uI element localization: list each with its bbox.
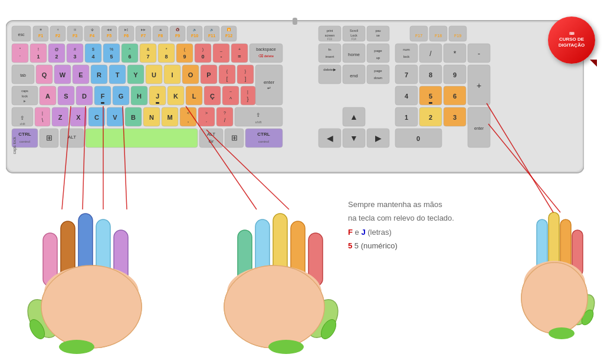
svg-text:0: 0 bbox=[201, 54, 204, 60]
svg-text:F6: F6 bbox=[124, 34, 129, 38]
svg-text:.: . bbox=[206, 117, 208, 123]
svg-text:B: B bbox=[131, 114, 136, 121]
svg-text:S: S bbox=[64, 93, 68, 100]
svg-text:Lock: Lock bbox=[350, 34, 357, 37]
svg-text:T: T bbox=[116, 71, 120, 78]
svg-text:F17: F17 bbox=[415, 34, 422, 38]
svg-text:>: > bbox=[205, 111, 208, 115]
svg-rect-82 bbox=[158, 44, 175, 63]
svg-point-298 bbox=[224, 265, 324, 348]
svg-text:◀◀: ◀◀ bbox=[107, 28, 111, 31]
svg-text:⊞: ⊞ bbox=[74, 28, 76, 31]
svg-text:backspace: backspace bbox=[256, 47, 276, 52]
svg-text:O: O bbox=[188, 71, 193, 78]
svg-text:9: 9 bbox=[453, 71, 457, 78]
svg-text:se: se bbox=[376, 34, 380, 37]
svg-text:pau: pau bbox=[375, 29, 380, 32]
svg-text:insert: insert bbox=[326, 55, 334, 58]
svg-text:0: 0 bbox=[416, 135, 420, 142]
svg-text:5: 5 bbox=[429, 93, 432, 100]
svg-text:5: 5 bbox=[110, 54, 113, 60]
svg-rect-157 bbox=[222, 86, 239, 105]
svg-text:home: home bbox=[348, 52, 360, 57]
svg-text:⇧: ⇧ bbox=[256, 112, 261, 118]
svg-rect-88 bbox=[195, 44, 211, 63]
keyboard-svg: esc ✱ F1 ☀ F2 ⊞ F3 ⏻ F4 ◀◀ F5 ▶|| F6 ▶▶ … bbox=[6, 18, 584, 174]
svg-text:F3: F3 bbox=[73, 34, 77, 38]
svg-text:⏏: ⏏ bbox=[159, 28, 162, 31]
svg-rect-64 bbox=[48, 44, 65, 63]
svg-text:F2: F2 bbox=[55, 34, 60, 38]
svg-text:-: - bbox=[478, 50, 480, 58]
svg-text:3: 3 bbox=[73, 54, 76, 60]
svg-text:F11: F11 bbox=[208, 34, 215, 38]
svg-rect-85 bbox=[176, 44, 193, 63]
svg-text:▶||: ▶|| bbox=[124, 28, 129, 31]
svg-rect-73 bbox=[103, 44, 120, 63]
svg-rect-189 bbox=[216, 107, 233, 126]
info-line2: na tecla com relevo do teclado. bbox=[348, 211, 454, 225]
svg-text:ALT: ALT bbox=[207, 132, 215, 137]
svg-text:9: 9 bbox=[183, 54, 186, 60]
svg-rect-58 bbox=[12, 44, 28, 63]
svg-text:D: D bbox=[82, 93, 87, 100]
svg-rect-70 bbox=[85, 44, 101, 63]
svg-text:6: 6 bbox=[453, 93, 457, 100]
svg-text:8: 8 bbox=[429, 71, 432, 78]
info-and-label: e bbox=[355, 228, 362, 237]
hands-area: Sempre mantenha as mãos na tecla com rel… bbox=[0, 174, 604, 363]
numpad-hand-svg bbox=[513, 183, 596, 342]
svg-text:+: + bbox=[238, 47, 241, 51]
svg-text:4: 4 bbox=[91, 54, 94, 60]
svg-text:down: down bbox=[374, 76, 382, 80]
svg-rect-67 bbox=[67, 44, 83, 63]
info-5-label: 5 bbox=[348, 241, 352, 250]
svg-text:?: ? bbox=[224, 111, 226, 115]
svg-text:shift: shift bbox=[19, 122, 25, 126]
info-line3: F e J (letras) bbox=[348, 225, 454, 239]
svg-text:6: 6 bbox=[128, 54, 131, 60]
badge: ⌨ CURSO DE DIGITAÇÃO bbox=[548, 17, 595, 64]
svg-text:M: M bbox=[167, 114, 172, 121]
svg-text:F1: F1 bbox=[38, 34, 43, 38]
svg-text:|: | bbox=[247, 90, 248, 94]
svg-text:shift: shift bbox=[255, 120, 261, 124]
svg-text:=: = bbox=[238, 54, 241, 60]
badge-circle: ⌨ CURSO DE DIGITAÇÃO bbox=[548, 17, 595, 64]
svg-text:): ) bbox=[202, 47, 203, 52]
svg-rect-2 bbox=[293, 18, 297, 25]
svg-text:end: end bbox=[350, 73, 357, 78]
svg-text:X: X bbox=[76, 114, 81, 121]
svg-text:@: @ bbox=[54, 47, 58, 51]
svg-text:F13: F13 bbox=[327, 38, 332, 41]
svg-text:enter: enter bbox=[264, 80, 275, 85]
svg-text:F7: F7 bbox=[141, 34, 146, 38]
svg-text:esc: esc bbox=[18, 32, 25, 37]
svg-text:N: N bbox=[149, 114, 154, 121]
svg-text:Z: Z bbox=[58, 114, 63, 121]
svg-rect-91 bbox=[213, 44, 229, 63]
svg-text:U: U bbox=[152, 71, 156, 78]
svg-rect-166 bbox=[35, 107, 50, 126]
svg-point-287 bbox=[41, 265, 142, 348]
info-text: Sempre mantenha as mãos na tecla com rel… bbox=[348, 198, 454, 253]
svg-text:W: W bbox=[60, 71, 66, 78]
svg-text:<: < bbox=[187, 111, 189, 115]
svg-point-309 bbox=[549, 327, 575, 339]
svg-text:1: 1 bbox=[405, 114, 408, 121]
svg-text:K: K bbox=[173, 93, 178, 100]
svg-text:3: 3 bbox=[453, 114, 457, 121]
svg-text:F12: F12 bbox=[225, 34, 232, 38]
svg-text:V: V bbox=[113, 114, 117, 121]
svg-text:$: $ bbox=[92, 47, 94, 51]
svg-text:⇧: ⇧ bbox=[20, 115, 25, 121]
info-line4: 5 5 (numérico) bbox=[348, 239, 454, 252]
svg-text:control: control bbox=[258, 140, 269, 143]
svg-rect-79 bbox=[140, 44, 156, 63]
svg-text:CTRL: CTRL bbox=[18, 132, 31, 137]
svg-rect-255 bbox=[429, 102, 432, 104]
svg-text:⏻: ⏻ bbox=[91, 28, 94, 31]
svg-rect-150 bbox=[156, 102, 159, 104]
svg-rect-143 bbox=[101, 102, 104, 104]
svg-text:_: _ bbox=[219, 47, 222, 52]
